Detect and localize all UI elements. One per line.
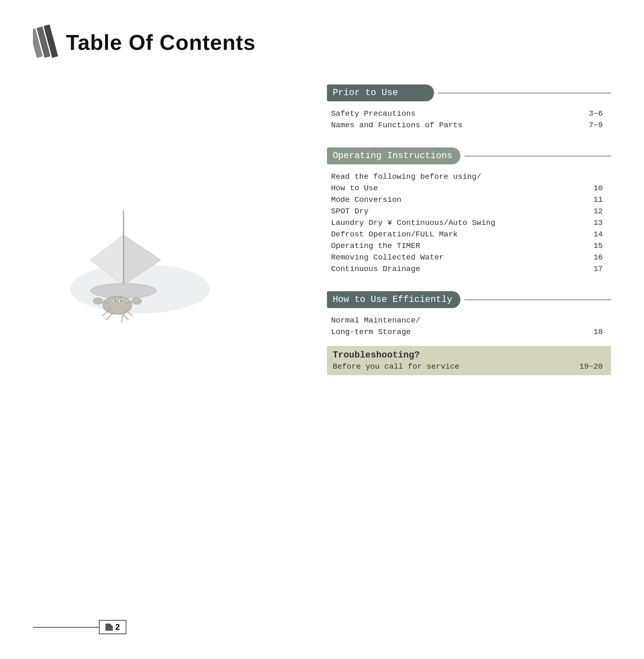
entry-page: 12 bbox=[586, 207, 611, 216]
list-item: How to Use 10 bbox=[331, 182, 611, 194]
entry-label: Before you call for service bbox=[333, 362, 460, 371]
content-area: Prior to Use Safety Precautions 3~6 Name… bbox=[33, 84, 611, 392]
svg-line-14 bbox=[106, 313, 113, 320]
operating-entries: Read the following before using/ How to … bbox=[327, 168, 611, 275]
section-prior-to-use: Prior to Use Safety Precautions 3~6 Name… bbox=[327, 84, 611, 131]
troubleshooting-title: Troubleshooting? bbox=[333, 350, 603, 360]
list-item: Before you call for service 19~20 bbox=[333, 362, 603, 371]
entry-label: Continuous Drainage bbox=[331, 264, 586, 273]
entry-label: Names and Functions of Parts bbox=[331, 121, 586, 130]
entry-label: Mode Conversion bbox=[331, 195, 586, 204]
page-title: Table Of Contents bbox=[66, 30, 256, 55]
entry-page: 10 bbox=[586, 184, 611, 193]
list-item: Names and Functions of Parts 7~9 bbox=[331, 119, 611, 131]
entry-page: 17 bbox=[586, 264, 611, 273]
entry-page: 14 bbox=[586, 230, 611, 239]
section-operating-instructions: Operating Instructions Read the followin… bbox=[327, 147, 611, 275]
list-item: Continuous Drainage 17 bbox=[331, 263, 611, 275]
entry-label: Defrost Operation/FULL Mark bbox=[331, 230, 586, 239]
svg-point-21 bbox=[120, 300, 121, 302]
title-decoration bbox=[33, 25, 62, 60]
entry-page: 18 bbox=[586, 327, 611, 337]
list-item: Removing Collected Water 16 bbox=[331, 252, 611, 263]
page-icon bbox=[105, 624, 113, 631]
page: Table Of Contents bbox=[0, 0, 644, 659]
entry-page: 11 bbox=[586, 195, 611, 204]
list-item: Safety Precautions 3~6 bbox=[331, 108, 611, 119]
svg-point-7 bbox=[91, 283, 156, 298]
list-item: Laundry Dry ¥ Continuous/Auto Swing 13 bbox=[331, 217, 611, 229]
list-item: Operating the TIMER 15 bbox=[331, 240, 611, 252]
section-how-to-use-efficiently: How to Use Efficiently Normal Maintenanc… bbox=[327, 291, 611, 375]
how-to-use-efficiently-title: How to Use Efficiently bbox=[327, 291, 460, 308]
entry-page: 15 bbox=[586, 241, 611, 250]
page-number-box: 2 bbox=[99, 620, 126, 634]
entry-label: How to Use bbox=[331, 184, 586, 193]
entry-page: 7~9 bbox=[586, 121, 611, 130]
list-item: Long-term Storage 18 bbox=[331, 326, 611, 338]
list-item: Mode Conversion 11 bbox=[331, 194, 611, 206]
sub-note: Read the following before using/ bbox=[331, 171, 611, 182]
entry-label: Operating the TIMER bbox=[331, 241, 586, 250]
title-area: Table Of Contents bbox=[33, 25, 611, 60]
list-item: SPOT Dry 12 bbox=[331, 206, 611, 217]
entry-label: Long-term Storage bbox=[331, 327, 586, 337]
section-header-prior: Prior to Use bbox=[327, 84, 611, 101]
prior-to-use-title: Prior to Use bbox=[327, 84, 434, 101]
section-divider bbox=[464, 299, 611, 300]
list-item: Defrost Operation/FULL Mark 14 bbox=[331, 229, 611, 240]
section-divider bbox=[464, 156, 611, 157]
svg-point-9 bbox=[93, 298, 103, 304]
right-side: Prior to Use Safety Precautions 3~6 Name… bbox=[310, 84, 611, 392]
section-header-operating: Operating Instructions bbox=[327, 147, 611, 164]
section-header-efficient: How to Use Efficiently bbox=[327, 291, 611, 308]
entry-page: 16 bbox=[586, 253, 611, 262]
illustration bbox=[58, 169, 222, 334]
page-number: 2 bbox=[115, 622, 120, 632]
entry-page: 13 bbox=[586, 218, 611, 227]
page-footer: 2 bbox=[33, 620, 126, 634]
operating-instructions-title: Operating Instructions bbox=[327, 147, 460, 164]
entry-label: SPOT Dry bbox=[331, 207, 586, 216]
entry-page: 19~20 bbox=[579, 362, 603, 371]
sub-note: Normal Maintenance/ bbox=[331, 315, 611, 326]
entry-label: Removing Collected Water bbox=[331, 253, 586, 262]
entry-label: Laundry Dry ¥ Continuous/Auto Swing bbox=[331, 218, 586, 227]
section-divider bbox=[438, 93, 611, 93]
entry-label: Safety Precautions bbox=[331, 109, 586, 118]
left-side bbox=[33, 84, 310, 392]
prior-to-use-entries: Safety Precautions 3~6 Names and Functio… bbox=[327, 105, 611, 131]
entry-page: 3~6 bbox=[586, 109, 611, 118]
efficient-entries: Normal Maintenance/ Long-term Storage 18 bbox=[327, 311, 611, 338]
footer-line bbox=[33, 627, 99, 628]
troubleshooting-box: Troubleshooting? Before you call for ser… bbox=[327, 346, 611, 375]
